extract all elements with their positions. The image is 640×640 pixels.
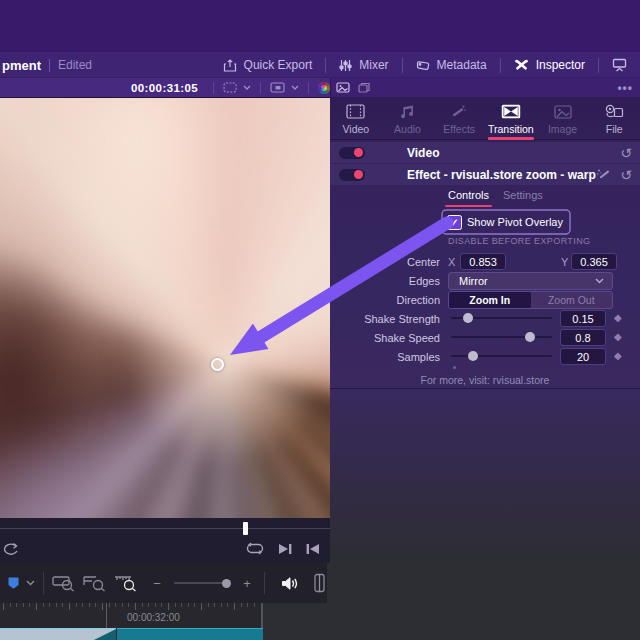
panel-header: ••• (330, 78, 640, 97)
playback-quality-icon[interactable] (270, 82, 285, 93)
export-icon (223, 59, 237, 72)
timeline-flag-icon[interactable] (7, 576, 20, 590)
viewer-header: 00:00:31:05 ••• (0, 78, 330, 97)
tab-image[interactable]: Image (537, 97, 589, 140)
metadata-button[interactable]: Metadata (403, 58, 500, 72)
show-pivot-overlay-label: Show Pivot Overlay (467, 216, 563, 228)
effect-subtabs: Controls Settings (330, 187, 640, 207)
inspector-icon (514, 58, 529, 72)
shake-strength-slider[interactable] (451, 317, 552, 319)
viewer-timecode[interactable]: 00:00:31:05 (131, 82, 198, 94)
video-section-row: Video ↺ (330, 142, 640, 163)
edges-dropdown[interactable]: Mirror (448, 272, 613, 290)
audio-tab-icon (400, 104, 415, 119)
ruler-major-tick (106, 603, 107, 628)
reset-icon[interactable]: ↺ (620, 146, 632, 160)
tab-video[interactable]: Video (330, 97, 382, 140)
loop-icon[interactable] (246, 542, 264, 555)
direction-zoom-out[interactable]: Zoom Out (531, 292, 613, 308)
center-label: Center (330, 256, 440, 268)
zoom-custom-icon[interactable] (114, 574, 138, 592)
audio-monitor-icon[interactable] (281, 576, 299, 591)
pages-icon[interactable] (358, 82, 370, 93)
loop-playback-icon[interactable] (2, 542, 20, 557)
direction-segmented-control: Zoom In Zoom Out (448, 291, 613, 309)
effect-section-row: Effect - rvisual.store zoom - warp ↺ (330, 164, 640, 185)
quick-export-button[interactable]: Quick Export (210, 58, 326, 72)
timeline-clip[interactable] (117, 628, 263, 640)
slider-thumb[interactable] (468, 351, 478, 361)
mixer-button[interactable]: Mixer (326, 58, 401, 72)
zoom-slider-thumb[interactable] (222, 579, 231, 588)
video-enable-toggle[interactable] (339, 147, 365, 159)
keyframe-diamond-icon[interactable]: ◆ (614, 350, 622, 361)
safe-area-icon[interactable] (223, 82, 237, 93)
first-frame-icon[interactable] (306, 543, 320, 555)
timeline-zoom-slider[interactable] (174, 582, 230, 584)
transition-tab-icon (501, 104, 521, 119)
export-warning-text: DISABLE BEFORE EXPORTING (448, 236, 590, 246)
center-x-label: X (448, 256, 455, 268)
center-y-label: Y (561, 256, 568, 268)
reset-icon[interactable]: ↺ (620, 168, 632, 182)
slider-thumb[interactable] (525, 332, 535, 342)
tab-file[interactable]: File (588, 97, 640, 140)
chevron-down-icon (595, 278, 604, 284)
zoom-full-extent-icon[interactable] (52, 574, 76, 592)
scrubber-playhead[interactable] (243, 522, 248, 535)
direction-label: Direction (330, 294, 440, 306)
tab-transition[interactable]: Transition (485, 97, 537, 140)
flags-panel-icon[interactable] (313, 573, 326, 593)
shake-speed-slider[interactable] (451, 336, 552, 338)
viewer-scrubber[interactable] (0, 528, 330, 529)
slider-thumb[interactable] (463, 313, 473, 323)
inspector-panel: Video Audio Effects (330, 97, 640, 556)
samples-value[interactable]: 20 (560, 348, 606, 365)
shake-speed-value[interactable]: 0.8 (560, 329, 606, 346)
keyframe-dot (453, 366, 456, 369)
timeline-ruler[interactable]: 00:00:32:00 (0, 603, 263, 628)
timeline-toolbar: − + (0, 563, 327, 603)
dual-screen-icon (612, 58, 627, 72)
show-pivot-overlay-checkbox[interactable]: ✓ (447, 215, 462, 230)
davinci-resolve-window: pment Edited Quick Export Mixer (0, 0, 640, 640)
keyframe-diamond-icon[interactable]: ◆ (614, 331, 622, 342)
inspector-button[interactable]: Inspector (501, 58, 598, 72)
zoom-detail-icon[interactable] (83, 574, 107, 592)
tab-audio[interactable]: Audio (382, 97, 434, 140)
effect-enable-toggle[interactable] (339, 169, 365, 181)
center-x-input[interactable]: 0.853 (460, 253, 506, 270)
chevron-down-icon[interactable] (26, 580, 35, 586)
transition-wedge (92, 629, 116, 640)
color-wheel-icon[interactable] (318, 82, 330, 94)
subtab-settings[interactable]: Settings (503, 189, 543, 201)
samples-slider[interactable] (451, 355, 552, 357)
dual-screen-button[interactable] (599, 58, 640, 72)
center-y-input[interactable]: 0.365 (571, 253, 617, 270)
keyframe-wand-icon[interactable] (596, 168, 611, 181)
last-frame-icon[interactable] (278, 543, 292, 555)
effects-tab-icon (451, 104, 467, 119)
chevron-down-icon[interactable] (291, 85, 299, 90)
shake-strength-value[interactable]: 0.15 (560, 310, 606, 327)
chevron-down-icon[interactable] (243, 85, 251, 90)
shake-strength-row: Shake Strength 0.15 ◆ (330, 310, 640, 326)
panel-menu-icon[interactable]: ••• (617, 81, 633, 95)
divider (49, 59, 50, 72)
menu-right-group: Quick Export Mixer Metadata (210, 52, 640, 78)
video-viewer[interactable] (0, 97, 330, 518)
top-bar (0, 0, 640, 52)
zoom-in-button[interactable]: + (240, 576, 254, 591)
video-tab-icon (346, 104, 365, 119)
direction-zoom-in[interactable]: Zoom In (449, 292, 531, 308)
project-title: pment (2, 58, 41, 73)
edges-label: Edges (330, 275, 440, 287)
gallery-icon[interactable] (336, 82, 350, 93)
timeline-clip[interactable] (0, 628, 116, 640)
pivot-overlay-handle[interactable] (211, 358, 224, 371)
tab-effects[interactable]: Effects (433, 97, 485, 140)
zoom-out-button[interactable]: − (150, 576, 164, 591)
keyframe-diamond-icon[interactable]: ◆ (614, 312, 622, 323)
subtab-controls[interactable]: Controls (448, 189, 489, 201)
menu-bar: pment Edited Quick Export Mixer (0, 52, 640, 78)
